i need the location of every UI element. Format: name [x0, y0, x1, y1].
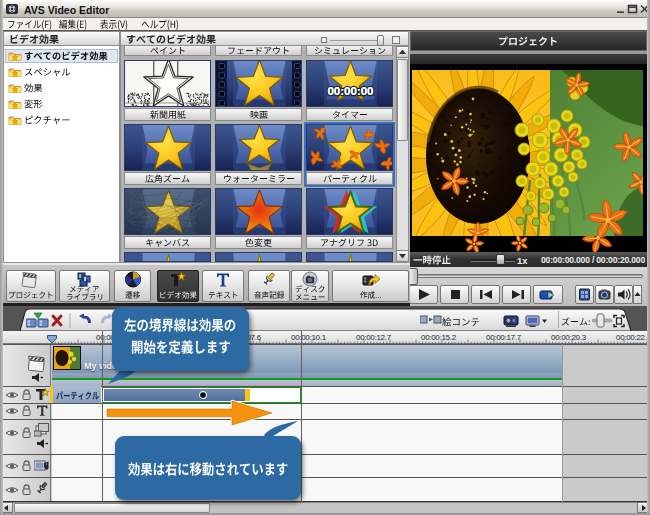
- svg-text:00:00:00: 00:00:00: [327, 85, 373, 97]
